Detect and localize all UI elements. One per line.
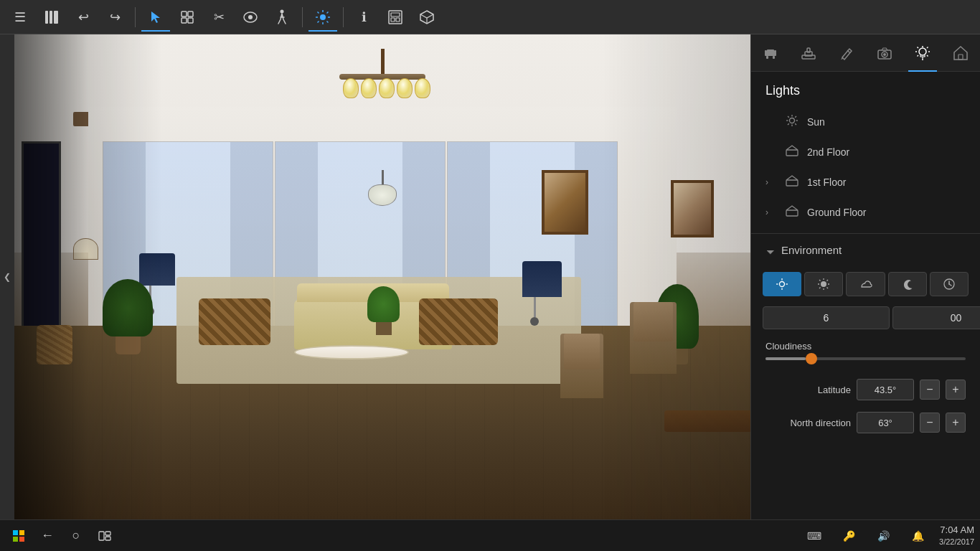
bulb-4 [397, 78, 413, 98]
select-icon[interactable] [141, 3, 170, 32]
svg-point-65 [821, 281, 826, 287]
svg-line-43 [927, 55, 928, 57]
svg-line-76 [949, 284, 951, 286]
pendant-light [368, 170, 397, 206]
svg-rect-80 [19, 537, 24, 542]
latitude-input[interactable] [857, 379, 914, 400]
north-increase-button[interactable]: + [946, 413, 966, 433]
taskbar-keyboard-icon[interactable]: ⌨ [801, 523, 827, 549]
light-item-1st-floor[interactable]: › 1st Floor [751, 167, 980, 197]
taskbar-clock[interactable]: 7:04 AM 3/22/2017 [939, 524, 974, 547]
svg-line-16 [327, 21, 329, 22]
menu-icon[interactable]: ☰ [6, 3, 34, 32]
room-render [14, 34, 750, 519]
svg-line-42 [918, 47, 919, 48]
north-direction-input[interactable] [857, 412, 914, 433]
dining-table [664, 410, 750, 432]
tab-furniture[interactable] [756, 39, 785, 67]
scissors-icon[interactable]: ✂ [204, 3, 233, 32]
svg-rect-6 [188, 18, 193, 23]
svg-rect-29 [774, 50, 776, 53]
3d-icon[interactable] [413, 3, 441, 32]
coffee-table [294, 345, 409, 359]
chandelier-rod [381, 49, 385, 74]
environment-label: Environment [781, 244, 842, 256]
svg-rect-47 [958, 55, 963, 60]
svg-rect-77 [13, 530, 18, 535]
latitude-decrease-button[interactable]: − [920, 380, 940, 400]
painting-2 [671, 180, 714, 237]
painting-1 [542, 170, 588, 235]
lights-section-title: Lights [751, 72, 980, 107]
start-button[interactable] [6, 523, 32, 549]
home-button[interactable]: ○ [63, 523, 89, 549]
decorative-basket [37, 325, 72, 364]
bulb-5 [415, 78, 430, 98]
svg-point-8 [248, 15, 253, 19]
tab-house[interactable] [946, 39, 975, 67]
svg-rect-27 [767, 50, 774, 53]
tab-paint[interactable] [832, 39, 861, 67]
right-panel: Lights › Sun [750, 34, 980, 519]
sun-toolbar-icon[interactable] [308, 3, 337, 32]
1st-floor-light-icon [786, 174, 798, 190]
floor-lamp-right [522, 261, 547, 326]
back-button[interactable]: ← [34, 523, 60, 549]
svg-line-56 [788, 123, 789, 125]
right-tabs [751, 34, 980, 72]
2nd-floor-light-name: 2nd Floor [807, 146, 849, 158]
undo-icon[interactable]: ↩ [69, 3, 98, 32]
time-preset-custom[interactable] [930, 272, 969, 296]
time-inputs [751, 302, 980, 334]
latitude-increase-button[interactable]: + [946, 380, 966, 400]
time-preset-day[interactable] [804, 272, 843, 296]
sun-light-icon [786, 114, 798, 130]
svg-point-10 [320, 14, 326, 20]
svg-line-44 [927, 47, 928, 48]
taskbar-network-icon[interactable]: 🔑 [836, 523, 862, 549]
time-preset-night[interactable] [888, 272, 927, 296]
tab-build[interactable] [794, 39, 823, 67]
svg-rect-58 [786, 180, 798, 186]
light-item-ground-floor[interactable]: › Ground Floor [751, 197, 980, 227]
cloudiness-slider-thumb[interactable] [806, 353, 817, 364]
tab-lighting[interactable] [908, 39, 937, 67]
view-icon[interactable] [236, 3, 265, 32]
svg-line-15 [318, 11, 319, 13]
plant-table [367, 286, 400, 335]
svg-rect-78 [19, 530, 24, 535]
redo-icon[interactable]: ↪ [100, 3, 129, 32]
taskbar-notification-icon[interactable]: 🔔 [905, 523, 930, 549]
taskbar-volume-icon[interactable]: 🔊 [870, 523, 896, 549]
svg-rect-79 [13, 537, 18, 542]
light-item-2nd-floor[interactable]: › 2nd Floor [751, 137, 980, 167]
task-view-button[interactable] [92, 523, 118, 549]
taskbar-system-area: ⌨ 🔑 🔊 🔔 7:04 AM 3/22/2017 [801, 523, 974, 549]
cloudiness-slider-track[interactable] [765, 357, 966, 360]
build-icon[interactable] [173, 3, 202, 32]
library-icon[interactable] [37, 3, 66, 32]
svg-rect-20 [391, 13, 400, 17]
1st-floor-expand-arrow: › [765, 177, 777, 187]
sun-light-name: Sun [807, 116, 825, 128]
left-panel-toggle[interactable]: ❮ [0, 34, 14, 519]
svg-line-45 [918, 55, 919, 57]
north-decrease-button[interactable]: − [920, 413, 940, 433]
time-preset-sunrise[interactable] [763, 272, 801, 296]
svg-rect-26 [773, 56, 775, 59]
time-preset-cloudy[interactable] [846, 272, 885, 296]
time-hour-input[interactable] [763, 306, 890, 329]
environment-header[interactable]: 🞃 Environment [751, 234, 980, 266]
cloudiness-label: Cloudiness [765, 341, 966, 352]
time-minute-input[interactable] [892, 306, 980, 329]
tab-camera[interactable] [870, 39, 899, 67]
bulb-3 [379, 78, 395, 98]
svg-rect-1 [50, 11, 52, 24]
light-item-sun[interactable]: › Sun [751, 107, 980, 137]
layout-icon[interactable] [381, 3, 410, 32]
info-icon[interactable]: ℹ [349, 3, 378, 32]
taskbar: ← ○ ⌨ 🔑 🔊 🔔 7:04 AM 3/22/2017 [0, 519, 980, 551]
walk-icon[interactable] [268, 3, 296, 32]
environment-section: 🞃 Environment [751, 233, 980, 439]
svg-rect-28 [765, 50, 767, 53]
